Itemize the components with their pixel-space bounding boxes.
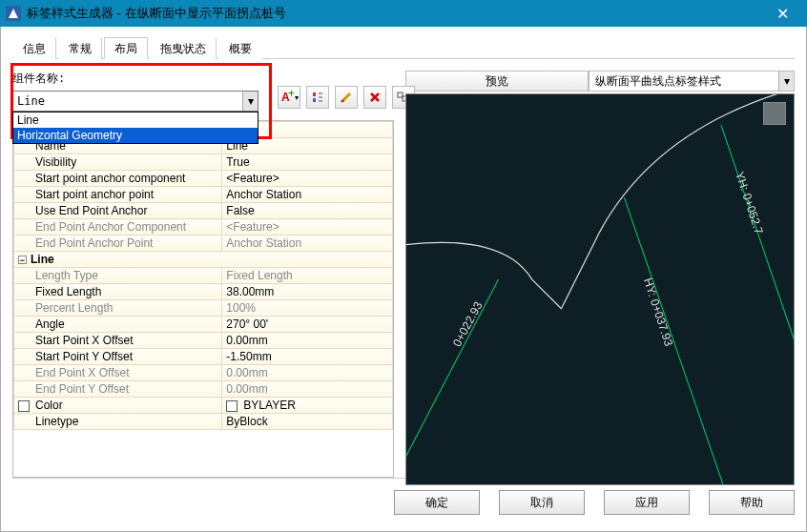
prop-spap-v[interactable]: Anchor Station [222, 187, 393, 203]
tab-summary[interactable]: 概要 [218, 37, 262, 59]
component-dropdown[interactable]: Line Horizontal Geometry [12, 112, 259, 144]
prop-spac-v[interactable]: <Feature> [222, 171, 393, 187]
apply-button[interactable]: 应用 [604, 490, 690, 515]
prop-epac-k: End Point Anchor Component [35, 220, 186, 234]
tab-strip: 信息 常规 布局 拖曳状态 概要 [12, 36, 795, 59]
window-title: 标签样式生成器 - 在纵断面中显示平面拐点桩号 [27, 5, 763, 22]
prop-color-v[interactable]: BYLAYER [243, 399, 295, 412]
prop-angle-k: Angle [35, 317, 65, 331]
preview-style-value: 纵断面平曲线点标签样式 [595, 73, 721, 90]
chevron-down-icon: ▾ [778, 72, 794, 91]
label-yh: YH: 0+052.7 [733, 170, 765, 235]
svg-rect-5 [398, 92, 403, 97]
svg-rect-4 [313, 98, 316, 102]
prop-uepa-k: Use End Point Anchor [35, 204, 147, 217]
prop-spxo-v[interactable]: 0.00mm [222, 333, 393, 349]
property-grid: −General NameLine VisibilityTrue Start p… [12, 120, 394, 478]
prop-lentype-v: Fixed Length [222, 268, 393, 284]
chevron-down-icon: ▾ [295, 93, 299, 102]
svg-text:+: + [288, 91, 294, 100]
delete-icon [368, 91, 382, 104]
prop-spyo-v[interactable]: -1.50mm [222, 349, 393, 365]
preview-canvas[interactable]: YH: 0+052.7 HY: 0+037.93 0+022.93 [405, 93, 795, 485]
tab-layout[interactable]: 布局 [104, 37, 148, 59]
prop-epyo-k: End Point Y Offset [35, 382, 129, 396]
prop-visibility-k: Visibility [35, 155, 76, 169]
component-combo[interactable] [12, 91, 259, 112]
edit-button[interactable] [335, 86, 358, 109]
prop-linetype-k: Linetype [35, 415, 78, 428]
preview-label: 预览 [405, 71, 589, 92]
color-checkbox[interactable] [18, 400, 30, 412]
prop-epxo-v: 0.00mm [222, 365, 393, 381]
prop-angle-v[interactable]: 270° 00' [222, 317, 393, 333]
close-button[interactable]: ✕ [763, 0, 801, 27]
svg-marker-0 [9, 9, 18, 18]
property-scroll[interactable]: −General NameLine VisibilityTrue Start p… [13, 121, 393, 477]
label-pt: 0+022.93 [450, 299, 485, 349]
prop-fixlen-v[interactable]: 38.00mm [222, 284, 393, 300]
preview-style-combo[interactable]: 纵断面平曲线点标签样式 ▾ [589, 71, 795, 92]
option-horizontal-geometry[interactable]: Horizontal Geometry [13, 128, 258, 143]
sort-icon [311, 91, 324, 104]
prop-lentype-k: Length Type [35, 269, 98, 282]
prop-spxo-k: Start Point X Offset [35, 334, 134, 347]
prop-spac-k: Start point anchor component [35, 172, 185, 185]
right-panel: 预览 纵断面平曲线点标签样式 ▾ YH: 0+052.7 HY: 0+037.9… [405, 71, 795, 478]
prop-fixlen-k: Fixed Length [35, 285, 101, 298]
sort-button[interactable] [306, 86, 329, 109]
prop-spyo-k: Start Point Y Offset [35, 350, 133, 363]
prop-linetype-v[interactable]: ByBlock [222, 414, 393, 430]
add-icon: A+ [280, 91, 294, 104]
prop-pctlen-v: 100% [222, 300, 393, 317]
app-icon [6, 6, 21, 21]
cat-line: Line [31, 253, 54, 266]
prop-epap-v: Anchor Station [222, 235, 393, 252]
prop-color-k: Color [35, 399, 63, 412]
prop-epyo-v: 0.00mm [222, 381, 393, 398]
help-button[interactable]: 帮助 [709, 490, 795, 515]
prop-uepa-v[interactable]: False [222, 203, 393, 219]
tab-drag[interactable]: 拖曳状态 [150, 37, 217, 59]
delete-button[interactable] [363, 86, 386, 109]
prop-epac-v: <Feature> [222, 219, 393, 235]
prop-spap-k: Start point anchor point [35, 188, 154, 201]
orbit-icon[interactable] [763, 102, 786, 125]
component-combo-wrap: ▾ Line Horizontal Geometry [12, 91, 259, 112]
prop-pctlen-k: Percent Length [35, 301, 113, 315]
preview-header: 预览 纵断面平曲线点标签样式 ▾ [405, 71, 795, 92]
prop-visibility-v[interactable]: True [222, 154, 393, 171]
option-line[interactable]: Line [13, 113, 258, 128]
prop-epxo-k: End Point X Offset [35, 366, 130, 379]
preview-drawing: YH: 0+052.7 HY: 0+037.93 0+022.93 [406, 94, 794, 484]
edit-icon [340, 91, 353, 104]
prop-epap-k: End Point Anchor Point [35, 236, 153, 250]
left-panel: 组件名称: ▾ Line Horizontal Geometry A+▾ [12, 71, 394, 478]
add-button[interactable]: A+▾ [278, 86, 300, 109]
cancel-button[interactable]: 取消 [499, 490, 585, 515]
ok-button[interactable]: 确定 [394, 490, 480, 515]
window-body: 信息 常规 布局 拖曳状态 概要 组件名称: ▾ Line Horizontal… [0, 27, 807, 532]
svg-rect-3 [313, 92, 316, 96]
svg-line-9 [721, 125, 794, 367]
tab-general[interactable]: 常规 [58, 37, 102, 59]
tab-info[interactable]: 信息 [12, 37, 56, 59]
title-bar: 标签样式生成器 - 在纵断面中显示平面拐点桩号 ✕ [0, 0, 807, 27]
label-hy: HY: 0+037.93 [641, 276, 675, 348]
collapse-icon[interactable]: − [18, 256, 27, 264]
component-label: 组件名称: [12, 71, 394, 87]
main-area: 组件名称: ▾ Line Horizontal Geometry A+▾ [12, 71, 795, 478]
toolbar: A+▾ [278, 86, 415, 109]
color-swatch[interactable] [226, 400, 238, 412]
svg-line-7 [406, 279, 498, 484]
